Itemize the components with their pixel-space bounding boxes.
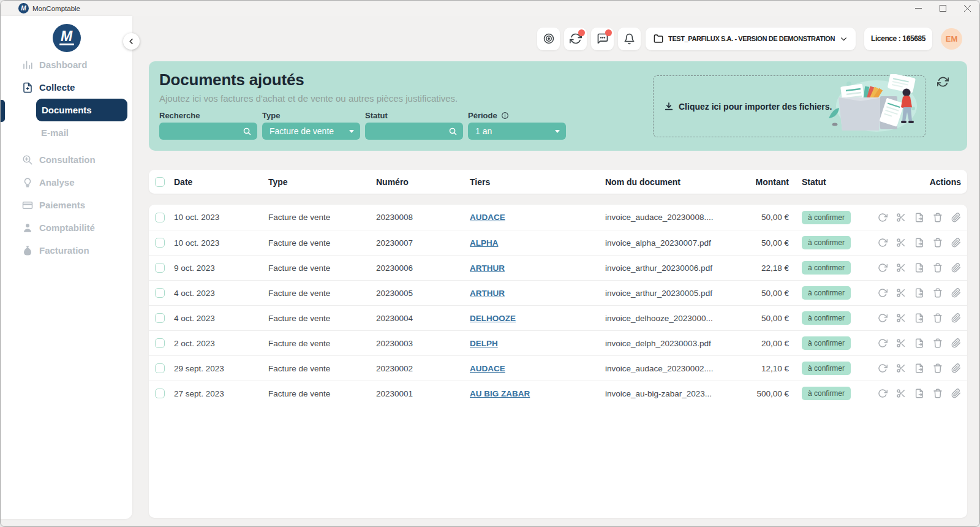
chat-icon-button[interactable] — [591, 28, 614, 50]
export-action-icon[interactable] — [914, 263, 924, 273]
scissors-action-icon[interactable] — [896, 313, 906, 323]
periode-select[interactable]: 1 an — [468, 123, 566, 140]
export-action-icon[interactable] — [914, 288, 924, 298]
tiers-link[interactable]: AUDACE — [470, 213, 505, 222]
window-titlebar: M MonComptable — [1, 1, 979, 16]
file-upload-dropzone[interactable]: Cliquez ici pour importer des fichiers. — [653, 75, 925, 137]
sidebar-item-collecte[interactable]: Collecte — [1, 76, 132, 99]
cell-document: invoice_delhooze_2023000... — [605, 314, 734, 323]
paperclip-action-icon[interactable] — [951, 238, 961, 248]
reload-action-icon[interactable] — [878, 263, 888, 273]
paperclip-action-icon[interactable] — [951, 363, 961, 373]
row-checkbox[interactable] — [155, 338, 165, 348]
close-button[interactable] — [955, 1, 979, 16]
search-icon — [448, 127, 458, 136]
tiers-link[interactable]: AU BIG ZABAR — [470, 389, 530, 398]
export-action-icon[interactable] — [914, 238, 924, 248]
paperclip-action-icon[interactable] — [951, 389, 961, 398]
scissors-action-icon[interactable] — [896, 213, 906, 222]
sidebar-item-paiements[interactable]: Paiements — [1, 194, 132, 216]
tiers-link[interactable]: ARTHUR — [470, 264, 505, 273]
tiers-link[interactable]: DELHOOZE — [470, 314, 516, 323]
sidebar-item-comptabilite[interactable]: Comptabilité — [1, 216, 132, 239]
sync-icon-button[interactable] — [564, 28, 587, 50]
reload-action-icon[interactable] — [878, 338, 888, 348]
reload-action-icon[interactable] — [878, 238, 888, 248]
paperclip-action-icon[interactable] — [951, 213, 961, 222]
bell-icon-button[interactable] — [618, 28, 641, 50]
target-icon-button[interactable] — [537, 28, 560, 50]
licence-button[interactable]: Licence : 165685 — [864, 28, 932, 50]
person-icon — [22, 222, 33, 233]
topbar: TEST_PARFILUX S.A. - VERSION DE DEMONSTR… — [149, 16, 967, 61]
trash-action-icon[interactable] — [933, 363, 943, 373]
cell-numero: 20230004 — [376, 314, 470, 323]
type-label: Type — [262, 112, 360, 119]
user-avatar[interactable]: EM — [941, 28, 962, 50]
scissors-action-icon[interactable] — [896, 288, 906, 298]
cell-date: 29 sept. 2023 — [174, 364, 268, 373]
export-action-icon[interactable] — [914, 213, 924, 222]
scissors-action-icon[interactable] — [896, 238, 906, 248]
sidebar-item-facturation[interactable]: Facturation — [1, 239, 132, 262]
row-checkbox[interactable] — [155, 363, 165, 373]
cell-date: 10 oct. 2023 — [174, 213, 268, 222]
row-checkbox[interactable] — [155, 288, 165, 298]
export-action-icon[interactable] — [914, 313, 924, 323]
app-logo-icon: M — [18, 3, 29, 13]
search-input[interactable] — [159, 123, 257, 140]
cell-document: invoice_au-big-zabar_2023... — [605, 389, 734, 398]
maximize-button[interactable] — [930, 1, 955, 16]
reload-action-icon[interactable] — [878, 213, 888, 222]
row-checkbox[interactable] — [155, 238, 165, 248]
scissors-action-icon[interactable] — [896, 389, 906, 398]
sidebar-collapse-button[interactable] — [123, 33, 140, 50]
reload-action-icon[interactable] — [878, 313, 888, 323]
reload-action-icon[interactable] — [878, 288, 888, 298]
row-checkbox[interactable] — [155, 313, 165, 323]
refresh-icon[interactable] — [937, 76, 949, 90]
paperclip-action-icon[interactable] — [951, 338, 961, 348]
minimize-button[interactable] — [906, 1, 930, 16]
paperclip-action-icon[interactable] — [951, 263, 961, 273]
trash-action-icon[interactable] — [933, 238, 943, 248]
tiers-link[interactable]: AUDACE — [470, 364, 505, 373]
sidebar-item-analyse[interactable]: Analyse — [1, 171, 132, 194]
scissors-action-icon[interactable] — [896, 263, 906, 273]
tiers-link[interactable]: DELPH — [470, 339, 498, 348]
trash-action-icon[interactable] — [933, 288, 943, 298]
documents-panel: Documents ajoutés Ajoutez ici vos factur… — [149, 61, 967, 151]
trash-action-icon[interactable] — [933, 313, 943, 323]
statut-input[interactable] — [365, 123, 463, 140]
cell-montant: 50,00 € — [734, 238, 789, 248]
row-checkbox[interactable] — [155, 213, 165, 222]
paperclip-action-icon[interactable] — [951, 288, 961, 298]
row-checkbox[interactable] — [155, 263, 165, 273]
reload-action-icon[interactable] — [878, 389, 888, 398]
export-action-icon[interactable] — [914, 338, 924, 348]
trash-action-icon[interactable] — [933, 213, 943, 222]
cell-numero: 20230008 — [376, 213, 470, 222]
sidebar-item-documents[interactable]: Documents — [36, 99, 127, 121]
sidebar-item-dashboard[interactable]: Dashboard — [1, 53, 132, 76]
select-all-checkbox[interactable] — [155, 177, 165, 187]
type-select[interactable]: Facture de vente — [262, 123, 360, 140]
scissors-action-icon[interactable] — [896, 338, 906, 348]
trash-action-icon[interactable] — [933, 263, 943, 273]
paperclip-action-icon[interactable] — [951, 313, 961, 323]
sidebar-item-email[interactable]: E-mail — [1, 121, 132, 143]
table-row: 10 oct. 2023 Facture de vente 20230007 A… — [149, 230, 967, 255]
sidebar-item-consultation[interactable]: Consultation — [1, 148, 132, 171]
table-row: 27 sept. 2023 Facture de vente 20230001 … — [149, 381, 967, 406]
tiers-link[interactable]: ALPHA — [470, 238, 499, 248]
scissors-action-icon[interactable] — [896, 363, 906, 373]
reload-action-icon[interactable] — [878, 363, 888, 373]
export-action-icon[interactable] — [914, 363, 924, 373]
row-checkbox[interactable] — [155, 389, 165, 398]
export-action-icon[interactable] — [914, 389, 924, 398]
tiers-link[interactable]: ARTHUR — [470, 289, 505, 298]
notification-dot — [578, 29, 585, 36]
company-selector[interactable]: TEST_PARFILUX S.A. - VERSION DE DEMONSTR… — [646, 28, 856, 50]
trash-action-icon[interactable] — [933, 338, 943, 348]
trash-action-icon[interactable] — [933, 389, 943, 398]
